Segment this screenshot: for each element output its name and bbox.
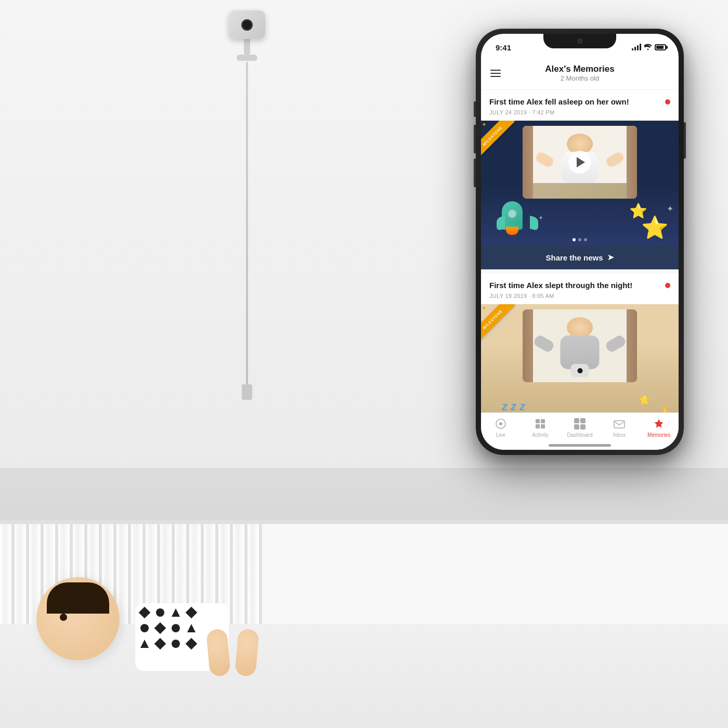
live-icon bbox=[494, 417, 508, 431]
memory-1-indicator bbox=[665, 99, 670, 105]
crib-overhead-photo-1 bbox=[523, 126, 637, 199]
home-indicator bbox=[549, 444, 611, 447]
baby-eye-left bbox=[60, 614, 67, 621]
svg-rect-9 bbox=[580, 424, 586, 430]
baby-monitor-mount bbox=[229, 10, 265, 400]
baby-torso bbox=[114, 598, 208, 666]
monitor-lens bbox=[241, 19, 253, 31]
star-decoration-2: ⭐ bbox=[629, 202, 647, 219]
memory-2-indicator bbox=[665, 283, 670, 288]
night-background: ★ MILESTONE z z z 🌙 ⭐ bbox=[481, 304, 679, 412]
nav-dashboard-label: Dashboard bbox=[567, 432, 593, 438]
milestone-ribbon-1: ★ MILESTONE bbox=[481, 121, 523, 162]
nav-activity[interactable]: Activity bbox=[525, 417, 556, 438]
baby-figure bbox=[36, 577, 120, 660]
nav-live-label: Live bbox=[496, 432, 505, 438]
svg-rect-7 bbox=[580, 418, 586, 423]
monitor-base-arm bbox=[237, 55, 257, 61]
memory-1-date: JULY 24 2019 · 7:42 PM bbox=[481, 109, 679, 121]
moon-decoration: 🌙 bbox=[650, 404, 668, 412]
star-small-2: ✦ bbox=[538, 214, 543, 222]
share-arrow-icon: ➤ bbox=[607, 253, 614, 262]
memory-2-image[interactable]: ★ MILESTONE z z z 🌙 ⭐ bbox=[481, 304, 679, 412]
status-icons bbox=[632, 44, 666, 51]
app-content: First time Alex fell asleep on her own! … bbox=[481, 90, 679, 412]
nav-memories[interactable]: Memories bbox=[643, 417, 674, 438]
memory-1-title: First time Alex fell asleep on her own! bbox=[489, 97, 665, 106]
milestone-ribbon-2: ★ MILESTONE bbox=[481, 304, 523, 346]
play-button-1[interactable] bbox=[568, 151, 591, 174]
svg-point-1 bbox=[499, 422, 502, 425]
svg-rect-4 bbox=[536, 424, 540, 428]
nav-live[interactable]: Live bbox=[485, 417, 516, 438]
memory-1-image[interactable]: ★ MILESTONE bbox=[481, 121, 679, 245]
phone-notch bbox=[543, 34, 616, 48]
baby-head bbox=[36, 577, 120, 660]
memory-card-1: First time Alex fell asleep on her own! … bbox=[481, 90, 679, 269]
phone-screen: 9:41 bbox=[481, 34, 679, 450]
monitor-wire bbox=[246, 62, 248, 384]
nav-inbox-label: Inbox bbox=[613, 432, 626, 438]
inbox-icon bbox=[613, 417, 626, 431]
baby-legs bbox=[208, 629, 257, 676]
memories-icon bbox=[652, 417, 666, 431]
share-label-1: Share the news bbox=[545, 253, 603, 262]
memory-2-date: JULY 19 2019 · 8:05 AM bbox=[481, 293, 679, 304]
crib-slat bbox=[248, 524, 262, 624]
monitor-arm bbox=[244, 39, 250, 55]
wifi-icon bbox=[644, 44, 652, 51]
memory-card-1-header: First time Alex fell asleep on her own! bbox=[481, 90, 679, 109]
status-time: 9:41 bbox=[496, 43, 511, 52]
dashboard-icon bbox=[573, 417, 587, 431]
image-dots-indicator bbox=[573, 238, 587, 241]
memory-2-title: First time Alex slept through the night! bbox=[489, 281, 665, 290]
star-small-1: ✦ bbox=[667, 204, 673, 214]
memory-card-2: First time Alex slept through the night!… bbox=[481, 274, 679, 412]
svg-rect-5 bbox=[541, 424, 545, 428]
svg-rect-8 bbox=[574, 424, 579, 430]
nav-inbox[interactable]: Inbox bbox=[604, 417, 635, 438]
rocket-decoration bbox=[497, 193, 538, 235]
crib-slat bbox=[233, 524, 248, 624]
crib-slat bbox=[0, 524, 15, 624]
memory-card-2-header: First time Alex slept through the night! bbox=[481, 274, 679, 293]
space-background: ★ MILESTONE bbox=[481, 121, 679, 245]
activity-icon bbox=[534, 417, 547, 431]
app-header: Alex's Memories 2 Months old bbox=[481, 57, 679, 90]
signal-bars-icon bbox=[632, 44, 641, 50]
svg-rect-2 bbox=[536, 419, 540, 423]
nav-memories-label: Memories bbox=[647, 432, 670, 438]
zzz-decoration: z z z bbox=[502, 400, 525, 412]
battery-icon bbox=[655, 44, 666, 50]
crib-overhead-photo-2 bbox=[523, 309, 637, 382]
svg-rect-3 bbox=[541, 419, 545, 423]
app-title: Alex's Memories bbox=[545, 64, 615, 74]
nav-activity-label: Activity bbox=[532, 432, 549, 438]
svg-rect-10 bbox=[614, 421, 625, 428]
monitor-plug bbox=[242, 384, 252, 400]
monitor-head bbox=[229, 10, 265, 39]
hamburger-menu-button[interactable] bbox=[490, 70, 501, 77]
nav-dashboard[interactable]: Dashboard bbox=[564, 417, 595, 438]
app-subtitle: 2 Months old bbox=[561, 74, 599, 82]
phone-outer: 9:41 bbox=[476, 29, 684, 455]
notch-camera bbox=[577, 38, 582, 44]
baby-eye-right bbox=[90, 608, 96, 614]
share-button-1[interactable]: Share the news ➤ bbox=[481, 245, 679, 269]
star-deco-3: ⭐ bbox=[639, 394, 650, 406]
phone: 9:41 bbox=[476, 29, 684, 455]
svg-rect-6 bbox=[574, 418, 579, 423]
crib-slat bbox=[15, 524, 29, 624]
